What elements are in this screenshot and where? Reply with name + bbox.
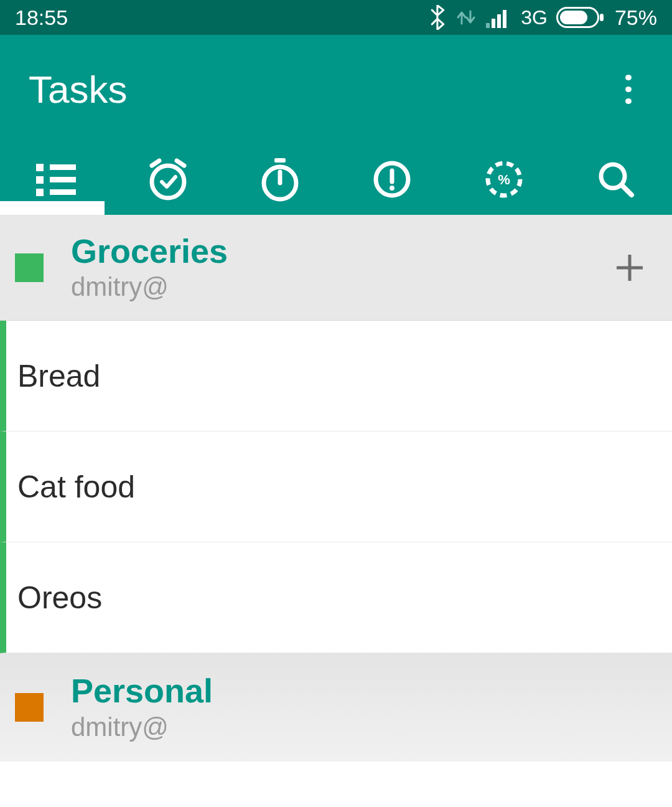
- task-title: Oreos: [17, 580, 102, 616]
- tab-progress[interactable]: %: [448, 144, 560, 215]
- list-color-chip: [15, 253, 44, 282]
- svg-text:%: %: [498, 172, 510, 187]
- svg-rect-8: [50, 164, 76, 170]
- list-account: dmitry@: [71, 272, 228, 302]
- svg-rect-12: [50, 189, 76, 195]
- page-title: Tasks: [29, 67, 127, 111]
- list-title: Groceries: [71, 233, 228, 270]
- task-row[interactable]: Bread: [0, 321, 672, 432]
- overflow-menu-button[interactable]: [614, 75, 643, 105]
- app-bar: Tasks: [0, 35, 672, 215]
- battery-icon: [556, 7, 605, 28]
- svg-rect-6: [600, 14, 604, 21]
- svg-rect-9: [36, 176, 44, 184]
- svg-rect-5: [560, 11, 587, 24]
- tab-priority[interactable]: [336, 144, 448, 215]
- task-row[interactable]: Cat food: [0, 432, 672, 542]
- svg-rect-10: [50, 177, 76, 182]
- task-row[interactable]: Oreos: [0, 542, 672, 653]
- svg-rect-14: [274, 158, 286, 163]
- svg-rect-2: [497, 14, 501, 28]
- svg-rect-1: [492, 19, 495, 28]
- svg-point-19: [390, 186, 394, 191]
- list-header-personal[interactable]: Personal dmitry@: [0, 653, 672, 762]
- data-arrows-icon: [455, 6, 477, 29]
- list-account: dmitry@: [71, 712, 213, 742]
- tab-search[interactable]: [560, 144, 672, 215]
- svg-line-23: [622, 185, 632, 195]
- tab-indicator: [0, 201, 105, 215]
- list-color-chip: [15, 693, 44, 722]
- list-title: Personal: [71, 672, 213, 709]
- task-title: Cat food: [17, 469, 135, 505]
- task-title: Bread: [17, 358, 100, 394]
- battery-percentage: 75%: [615, 6, 657, 30]
- signal-icon: [486, 7, 511, 28]
- status-time: 18:55: [15, 6, 68, 30]
- svg-rect-3: [503, 10, 506, 28]
- list-header-groceries[interactable]: Groceries dmitry@: [0, 215, 672, 321]
- add-task-button[interactable]: [610, 248, 650, 288]
- tab-bar: %: [0, 144, 672, 215]
- tab-alarm[interactable]: [112, 144, 224, 215]
- network-label: 3G: [521, 6, 548, 29]
- bluetooth-icon: [430, 5, 446, 30]
- svg-point-13: [152, 166, 184, 198]
- tab-timer[interactable]: [224, 144, 336, 215]
- svg-rect-11: [36, 189, 44, 196]
- svg-rect-7: [36, 164, 44, 171]
- status-bar: 18:55 3G 75%: [0, 0, 672, 35]
- svg-rect-0: [486, 23, 490, 28]
- status-right: 3G 75%: [430, 5, 657, 30]
